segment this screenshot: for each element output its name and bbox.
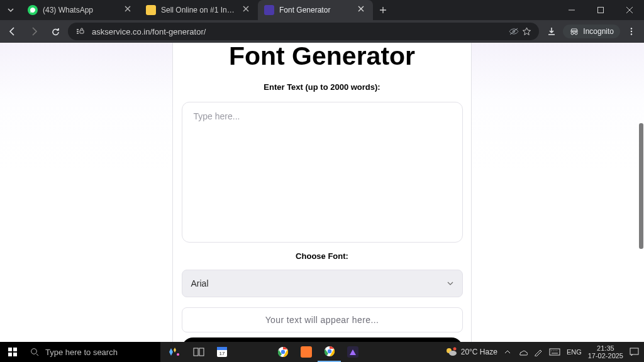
search-icon xyxy=(30,348,39,356)
svg-rect-28 xyxy=(550,349,560,355)
taskbar-clock[interactable]: 21:35 17-02-2025 xyxy=(588,344,623,359)
start-button[interactable] xyxy=(0,342,25,362)
bookmark-star-icon[interactable] xyxy=(522,27,531,36)
incognito-icon xyxy=(569,28,579,35)
new-tab-button[interactable] xyxy=(373,0,393,20)
downloads-icon[interactable] xyxy=(543,23,560,40)
chrome-active-icon[interactable] xyxy=(318,342,341,362)
svg-point-4 xyxy=(575,32,577,35)
task-icons: 17 xyxy=(187,342,364,362)
svg-rect-15 xyxy=(199,348,204,356)
svg-rect-1 xyxy=(80,30,84,33)
text-input[interactable] xyxy=(182,102,463,243)
tab-label: (43) WhatsApp xyxy=(43,6,119,14)
svg-rect-21 xyxy=(301,346,312,358)
whatsapp-icon xyxy=(28,5,38,15)
scrollbar-thumb[interactable] xyxy=(639,123,643,249)
svg-rect-0 xyxy=(598,8,604,13)
svg-rect-14 xyxy=(194,348,198,356)
site-info-icon[interactable] xyxy=(75,27,87,36)
system-tray: 20°C Haze ENG 21:35 17-02-2025 xyxy=(445,342,644,362)
selected-font-value: Arial xyxy=(191,278,209,288)
url-box[interactable]: askservice.co.in/font-generator/ xyxy=(68,23,539,40)
generator-card: Font Generator Enter Text (up to 2000 wo… xyxy=(172,43,472,362)
output-preview: Your text will appear here... xyxy=(182,307,463,332)
svg-point-26 xyxy=(449,351,457,356)
svg-rect-11 xyxy=(13,353,17,356)
copilot-icon[interactable] xyxy=(160,346,187,358)
back-button[interactable] xyxy=(4,23,21,40)
eye-off-icon[interactable] xyxy=(508,27,519,36)
incognito-badge[interactable]: Incognito xyxy=(563,25,620,38)
site-icon xyxy=(264,5,274,15)
calendar-app-icon[interactable]: 17 xyxy=(210,342,233,362)
clock-date: 17-02-2025 xyxy=(588,352,623,359)
page-viewport: Font Generator Enter Text (up to 2000 wo… xyxy=(0,43,644,362)
weather-icon xyxy=(445,347,457,357)
forward-button[interactable] xyxy=(25,23,43,40)
sell-icon xyxy=(146,5,156,15)
enter-text-label: Enter Text (up to 2000 words): xyxy=(264,82,380,92)
tab-sell-online[interactable]: Sell Online on #1 Instant Delive xyxy=(140,0,258,20)
close-window-button[interactable] xyxy=(615,0,644,20)
svg-rect-9 xyxy=(13,348,17,351)
keyboard-icon[interactable] xyxy=(549,348,560,356)
svg-point-3 xyxy=(571,32,574,35)
tab-whatsapp[interactable]: (43) WhatsApp xyxy=(21,0,140,20)
stylus-icon[interactable] xyxy=(534,348,543,356)
app-orange-icon[interactable] xyxy=(294,342,318,362)
svg-point-13 xyxy=(177,353,179,356)
notifications-icon[interactable] xyxy=(630,348,639,356)
tab-label: Sell Online on #1 Instant Delive xyxy=(161,6,238,14)
app-purple-icon[interactable] xyxy=(341,342,364,362)
window-controls xyxy=(557,0,644,20)
taskbar: Type here to search 17 20°C Haze ENG 21:… xyxy=(0,342,644,362)
svg-point-23 xyxy=(327,349,331,353)
onedrive-icon[interactable] xyxy=(518,348,528,356)
svg-point-20 xyxy=(280,350,284,354)
minimize-button[interactable] xyxy=(557,0,586,20)
close-icon[interactable] xyxy=(358,6,367,14)
titlebar: (43) WhatsApp Sell Online on #1 Instant … xyxy=(0,0,644,20)
tab-font-generator[interactable]: Font Generator xyxy=(258,0,373,20)
page-title: Font Generator xyxy=(229,43,415,71)
incognito-label: Incognito xyxy=(583,27,614,36)
svg-rect-8 xyxy=(8,348,12,351)
weather-text: 20°C Haze xyxy=(461,348,497,356)
task-view-icon[interactable] xyxy=(187,342,210,362)
svg-point-12 xyxy=(31,349,37,354)
font-select[interactable]: Arial xyxy=(182,270,463,297)
svg-rect-17 xyxy=(217,347,227,350)
url-text: askservice.co.in/font-generator/ xyxy=(92,27,503,36)
search-placeholder: Type here to search xyxy=(45,348,118,357)
clock-time: 21:35 xyxy=(588,344,623,352)
svg-point-27 xyxy=(453,348,456,351)
svg-rect-10 xyxy=(8,353,12,356)
taskbar-search[interactable]: Type here to search xyxy=(25,342,160,362)
tray-chevron-icon[interactable] xyxy=(504,348,511,356)
maximize-button[interactable] xyxy=(586,0,615,20)
close-icon[interactable] xyxy=(125,6,133,14)
svg-point-6 xyxy=(631,31,632,32)
choose-font-label: Choose Font: xyxy=(296,251,348,261)
chevron-down-icon xyxy=(447,280,454,287)
svg-point-5 xyxy=(631,28,632,29)
reload-button[interactable] xyxy=(47,23,64,40)
svg-rect-29 xyxy=(630,348,638,354)
close-icon[interactable] xyxy=(243,6,252,14)
tab-search-dropdown[interactable] xyxy=(0,0,21,20)
weather-widget[interactable]: 20°C Haze xyxy=(445,347,497,357)
svg-text:17: 17 xyxy=(219,351,225,356)
address-bar: askservice.co.in/font-generator/ Incogni… xyxy=(0,20,644,43)
svg-point-7 xyxy=(631,33,632,35)
language-indicator[interactable]: ENG xyxy=(567,348,582,356)
tab-label: Font Generator xyxy=(279,6,353,14)
chrome-app-icon[interactable] xyxy=(271,342,294,362)
kebab-menu-icon[interactable] xyxy=(623,23,640,40)
